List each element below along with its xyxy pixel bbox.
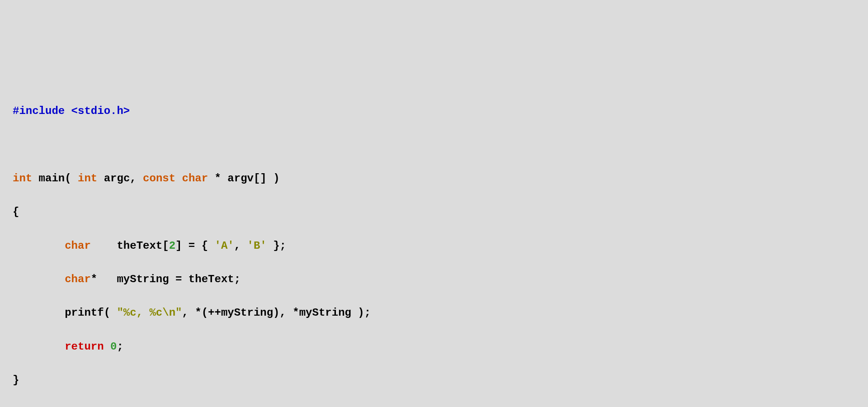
code-line-7: printf( "%c, %c\n", *(++myString), *mySt… bbox=[13, 304, 868, 321]
param-name-argv: * argv[] ) bbox=[208, 172, 279, 185]
comma: , bbox=[234, 240, 247, 252]
var-mystring: * myString = theText; bbox=[91, 273, 241, 285]
code-line-8: return 0; bbox=[13, 338, 868, 355]
open-brace: { bbox=[13, 206, 19, 218]
char-b: 'B' bbox=[247, 240, 267, 252]
printf-call: printf( bbox=[65, 307, 117, 319]
keyword-char: char bbox=[65, 240, 91, 252]
keyword-char: char bbox=[182, 172, 208, 185]
keyword-return: return bbox=[65, 341, 104, 353]
bracket-eq-brace: ] = { bbox=[175, 240, 214, 252]
code-line-5: char theText[2] = { 'A', 'B' }; bbox=[13, 237, 868, 254]
char-a: 'A' bbox=[214, 240, 234, 252]
code-block: #include <stdio.h> int main( int argc, c… bbox=[0, 0, 868, 406]
include-file: <stdio.h> bbox=[65, 105, 130, 117]
space bbox=[104, 341, 110, 353]
format-string: "%c, %c\n" bbox=[117, 307, 182, 319]
printf-args: , *(++myString), *myString ); bbox=[182, 307, 371, 319]
code-line-1: #include <stdio.h> bbox=[13, 103, 868, 119]
array-size: 2 bbox=[169, 240, 175, 252]
code-line-6: char* myString = theText; bbox=[13, 271, 868, 288]
keyword-const: const bbox=[143, 172, 175, 185]
func-name: main( bbox=[32, 172, 78, 185]
indent bbox=[13, 240, 65, 252]
semicolon: ; bbox=[117, 341, 123, 353]
indent bbox=[13, 341, 65, 353]
var-thetext: theText[ bbox=[91, 240, 169, 252]
close-brace: } bbox=[13, 374, 19, 386]
preprocessor-hash: #include bbox=[13, 105, 65, 117]
code-line-4: { bbox=[13, 204, 868, 220]
keyword-char-ptr: char bbox=[65, 273, 91, 285]
code-line-3: int main( int argc, const char * argv[] … bbox=[13, 170, 868, 187]
param-type-int: int bbox=[78, 172, 97, 185]
return-type: int bbox=[13, 172, 32, 185]
code-line-9: } bbox=[13, 372, 868, 388]
return-value: 0 bbox=[110, 341, 117, 353]
indent bbox=[13, 307, 65, 319]
code-line-2 bbox=[13, 137, 868, 153]
indent bbox=[13, 273, 65, 285]
space bbox=[175, 172, 182, 185]
param-name-argc: argc, bbox=[97, 172, 143, 185]
close-brace-semi: }; bbox=[267, 240, 286, 252]
